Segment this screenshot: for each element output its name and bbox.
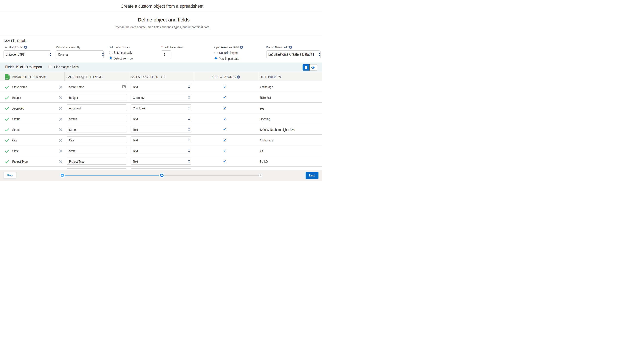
svg-text:csv: csv	[6, 77, 8, 79]
